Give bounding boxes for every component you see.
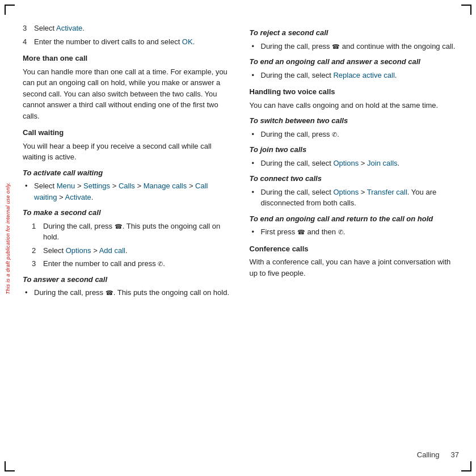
link-settings[interactable]: Settings: [83, 182, 110, 190]
subheading-join-calls: To join two calls: [250, 144, 460, 155]
bullet-end-return-content: First press ☎ and then ✆.: [261, 226, 460, 238]
link-activate-2[interactable]: Activate: [65, 193, 91, 201]
phone-icon-5: ✆: [332, 130, 337, 140]
heading-more-than-one-call: More than one call: [23, 53, 233, 64]
link-options-2[interactable]: Options: [333, 159, 359, 167]
bullet-switch-calls: • During the call, press ✆.: [250, 129, 460, 140]
link-ok[interactable]: OK: [182, 37, 193, 46]
step-3: 3 Select Activate.: [23, 23, 233, 34]
link-add-call[interactable]: Add call: [99, 246, 125, 255]
bullet-answer-second-call: • During the call, press ☎. This puts th…: [23, 287, 233, 298]
subheading-reject-second-call: To reject a second call: [250, 27, 460, 39]
draft-label: This is a draft publication for internal…: [5, 182, 11, 294]
subheading-answer-second-call: To answer a second call: [23, 274, 233, 285]
make-step-3-content: Enter the number to call and press ✆.: [43, 258, 233, 269]
para-more-than-one-call: You can handle more than one call at a t…: [23, 66, 233, 122]
bullet-activate-content: Select Menu > Settings > Calls > Manage …: [34, 180, 233, 203]
make-step-3-num: 3: [32, 258, 40, 269]
bullet-reject-content: During the call, press ☎ and continue wi…: [261, 41, 460, 52]
bullet-join-calls: • During the call, select Options > Join…: [250, 158, 460, 169]
bullet-dot-2: •: [25, 287, 31, 298]
subheading-make-second-call: To make a second call: [23, 207, 233, 218]
step-4-content: Enter the number to divert calls to and …: [34, 36, 233, 48]
step-3-content: Select Activate.: [34, 23, 233, 34]
corner-mark-tr: [461, 5, 471, 15]
bullet-join-content: During the call, select Options > Join c…: [261, 158, 460, 169]
right-column: To reject a second call • During the cal…: [250, 17, 460, 445]
make-step-1-num: 1: [32, 221, 40, 243]
phone-icon-6: ☎: [297, 228, 305, 237]
link-calls[interactable]: Calls: [119, 182, 135, 190]
bullet-dot-3: •: [252, 41, 258, 52]
bullet-dot-1: •: [25, 180, 31, 203]
make-step-2-content: Select Options > Add call.: [43, 245, 233, 256]
page: 3 Select Activate. 4 Enter the number to…: [23, 17, 459, 459]
link-options-1[interactable]: Options: [66, 246, 91, 255]
heading-call-waiting: Call waiting: [23, 127, 233, 138]
footer-label: Calling: [417, 450, 440, 459]
corner-mark-br: [461, 461, 471, 471]
make-step-1-content: During the call, press ☎. This puts the …: [43, 221, 233, 243]
phone-icon-4: ☎: [332, 42, 340, 52]
bullet-switch-content: During the call, press ✆.: [261, 129, 460, 140]
bullet-end-return-hold: • First press ☎ and then ✆.: [250, 226, 460, 238]
subheading-activate-call-waiting: To activate call waiting: [23, 167, 233, 179]
bullet-connect-content: During the call, select Options > Transf…: [261, 187, 460, 209]
heading-conference-calls: Conference calls: [250, 243, 460, 255]
link-replace-active-call[interactable]: Replace active call: [333, 71, 394, 79]
subheading-switch-between-calls: To switch between two calls: [250, 115, 460, 127]
footer-page-number: 37: [451, 450, 459, 459]
phone-icon-7: ✆: [338, 228, 343, 237]
content-columns: 3 Select Activate. 4 Enter the number to…: [23, 17, 459, 445]
para-call-waiting: You will hear a beep if you receive a se…: [23, 141, 233, 163]
phone-icon-1: ☎: [115, 222, 123, 231]
bullet-end-and-answer-content: During the call, select Replace active c…: [261, 70, 460, 81]
bullet-reject-second-call: • During the call, press ☎ and continue …: [250, 41, 460, 52]
step-4: 4 Enter the number to divert calls to an…: [23, 36, 233, 48]
subheading-end-and-answer: To end an ongoing call and answer a seco…: [250, 56, 460, 68]
bullet-dot-6: •: [252, 158, 258, 169]
phone-icon-2: ✆: [158, 259, 163, 269]
corner-mark-tl: [5, 5, 15, 15]
link-activate[interactable]: Activate: [56, 24, 82, 32]
make-step-2: 2 Select Options > Add call.: [32, 245, 233, 256]
link-options-3[interactable]: Options: [333, 188, 359, 196]
bullet-end-and-answer: • During the call, select Replace active…: [250, 70, 460, 81]
bullet-dot-7: •: [252, 187, 258, 209]
bullet-connect-calls: • During the call, select Options > Tran…: [250, 187, 460, 209]
make-second-call-steps: 1 During the call, press ☎. This puts th…: [23, 221, 233, 269]
link-join-calls[interactable]: Join calls: [367, 159, 397, 167]
make-step-2-num: 2: [32, 245, 40, 256]
step-4-num: 4: [23, 36, 31, 48]
para-handling-two-calls: You can have calls ongoing and on hold a…: [250, 100, 460, 111]
bullet-dot-5: •: [252, 129, 258, 140]
bullet-answer-content: During the call, press ☎. This puts the …: [34, 287, 233, 298]
corner-mark-bl: [5, 461, 15, 471]
bullet-dot-8: •: [252, 226, 258, 238]
bullet-activate-call-waiting: • Select Menu > Settings > Calls > Manag…: [23, 180, 233, 203]
bullet-dot-4: •: [252, 70, 258, 81]
phone-icon-3: ☎: [106, 288, 113, 298]
step-3-num: 3: [23, 23, 31, 34]
make-step-1: 1 During the call, press ☎. This puts th…: [32, 221, 233, 243]
link-manage-calls[interactable]: Manage calls: [144, 182, 187, 190]
make-step-3: 3 Enter the number to call and press ✆.: [32, 258, 233, 269]
link-transfer-call[interactable]: Transfer call: [367, 188, 407, 196]
subheading-end-return-hold: To end an ongoing call and return to the…: [250, 213, 460, 225]
heading-handling-two-calls: Handling two voice calls: [250, 86, 460, 98]
link-menu[interactable]: Menu: [57, 182, 75, 190]
left-column: 3 Select Activate. 4 Enter the number to…: [23, 17, 233, 445]
para-conference-calls: With a conference call, you can have a j…: [250, 256, 460, 279]
subheading-connect-calls: To connect two calls: [250, 173, 460, 184]
footer: Calling 37: [23, 445, 459, 459]
